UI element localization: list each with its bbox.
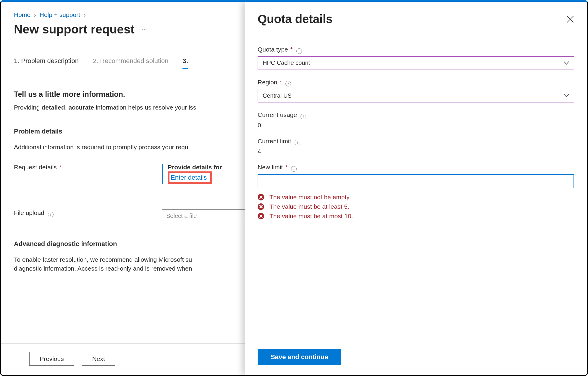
- flyout-title: Quota details: [258, 12, 332, 26]
- tab-problem-description[interactable]: 1. Problem description: [14, 57, 79, 69]
- more-actions-icon[interactable]: ···: [141, 25, 148, 33]
- request-details-label: Request details *: [14, 164, 162, 171]
- breadcrumb-sep: ›: [34, 11, 36, 18]
- new-limit-input[interactable]: [258, 174, 574, 188]
- error-list: The value must not be empty. The value m…: [258, 194, 574, 220]
- error-row: The value must be at least 5.: [258, 203, 574, 210]
- error-row: The value must not be empty.: [258, 194, 574, 201]
- info-icon[interactable]: i: [48, 212, 54, 217]
- info-icon[interactable]: i: [301, 114, 306, 119]
- error-row: The value must be at most 10.: [258, 213, 574, 220]
- save-and-continue-button[interactable]: Save and continue: [258, 349, 341, 365]
- file-upload-label: File upload i: [14, 209, 162, 217]
- info-icon[interactable]: i: [291, 166, 297, 172]
- quota-type-select[interactable]: HPC Cache count: [258, 56, 574, 70]
- enter-details-link[interactable]: Enter details: [168, 171, 212, 184]
- region-label: Region * i: [258, 79, 574, 87]
- tab-step-3[interactable]: 3.: [182, 57, 188, 69]
- current-usage-value: 0: [258, 122, 574, 129]
- page-title: New support request: [14, 23, 135, 36]
- previous-button[interactable]: Previous: [29, 352, 74, 366]
- current-limit-label: Current limit i: [258, 138, 574, 146]
- new-limit-label: New limit * i: [258, 164, 574, 172]
- error-icon: [258, 203, 264, 210]
- breadcrumb-help-support[interactable]: Help + support: [40, 11, 80, 18]
- chevron-down-icon: [564, 61, 569, 65]
- quota-type-label: Quota type * i: [258, 46, 574, 54]
- breadcrumb-sep: ›: [84, 11, 86, 18]
- close-icon[interactable]: [566, 15, 574, 23]
- info-icon[interactable]: i: [295, 140, 300, 145]
- chevron-down-icon: [564, 94, 569, 97]
- info-icon[interactable]: i: [285, 81, 291, 86]
- next-button[interactable]: Next: [82, 352, 115, 366]
- current-usage-label: Current usage i: [258, 111, 574, 119]
- tab-recommended-solution: 2. Recommended solution: [93, 57, 169, 69]
- info-icon[interactable]: i: [296, 48, 302, 54]
- region-select[interactable]: Central US: [258, 89, 574, 102]
- current-limit-value: 4: [258, 148, 574, 155]
- quota-details-panel: Quota details Quota type * i HPC Cache c…: [245, 2, 587, 375]
- breadcrumb-home[interactable]: Home: [14, 11, 30, 18]
- error-icon: [258, 194, 264, 200]
- error-icon: [258, 213, 264, 219]
